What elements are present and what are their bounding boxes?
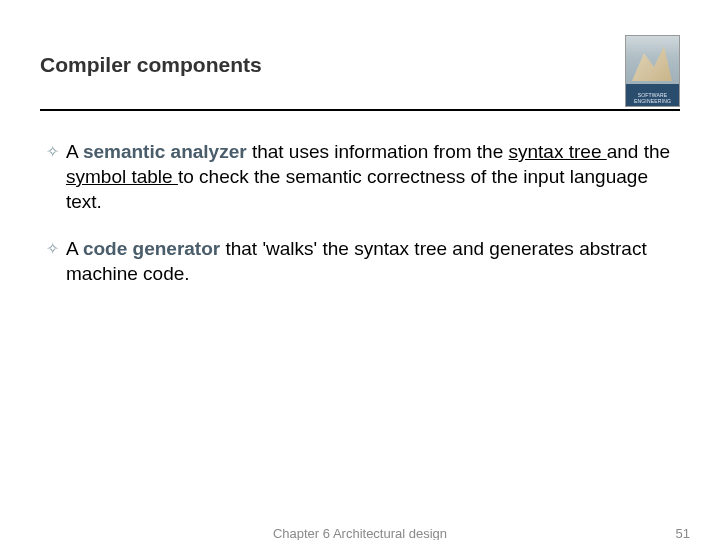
diamond-bullet-icon: ✧ [46, 236, 66, 259]
bullet-item: ✧ A semantic analyzer that uses informat… [46, 139, 674, 214]
book-cover-label: SOFTWARE ENGINEERING [626, 92, 679, 104]
slide: Compiler components SOFTWARE ENGINEERING… [0, 0, 720, 540]
bullet-underline: symbol table [66, 166, 178, 187]
bullet-seg: that uses information from the [247, 141, 509, 162]
slide-title: Compiler components [40, 35, 262, 77]
bullet-prefix: A [66, 238, 83, 259]
bullet-text: A semantic analyzer that uses informatio… [66, 139, 674, 214]
slide-header: Compiler components SOFTWARE ENGINEERING [40, 35, 680, 107]
bullet-underline: syntax tree [509, 141, 607, 162]
footer-chapter: Chapter 6 Architectural design [273, 526, 447, 540]
bullet-item: ✧ A code generator that 'walks' the synt… [46, 236, 674, 286]
bullet-term: code generator [83, 238, 220, 259]
diamond-bullet-icon: ✧ [46, 139, 66, 162]
footer-page-number: 51 [676, 526, 690, 540]
bullet-prefix: A [66, 141, 83, 162]
bullet-term: semantic analyzer [83, 141, 247, 162]
slide-content: ✧ A semantic analyzer that uses informat… [40, 111, 680, 286]
bullet-text: A code generator that 'walks' the syntax… [66, 236, 674, 286]
bullet-seg: and the [607, 141, 670, 162]
book-cover-thumbnail: SOFTWARE ENGINEERING [625, 35, 680, 107]
